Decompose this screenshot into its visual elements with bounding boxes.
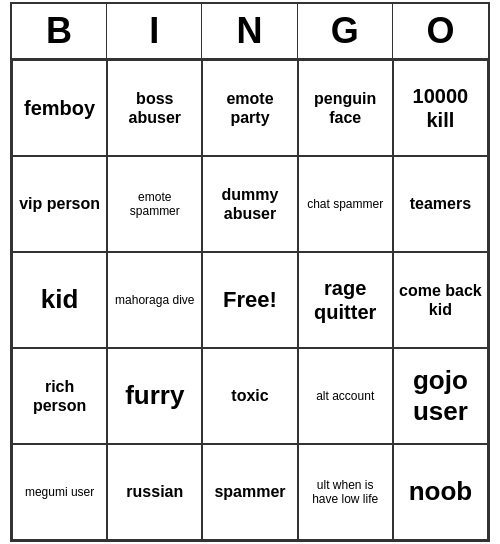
bingo-cell: megumi user	[12, 444, 107, 540]
bingo-cell: noob	[393, 444, 488, 540]
bingo-header: BINGO	[12, 4, 488, 60]
header-letter: O	[393, 4, 488, 58]
bingo-cell: russian	[107, 444, 202, 540]
bingo-cell: chat spammer	[298, 156, 393, 252]
cell-text: noob	[409, 476, 473, 507]
cell-text: spammer	[214, 482, 285, 501]
cell-text: penguin face	[303, 89, 388, 127]
cell-text: ult when is have low life	[303, 478, 388, 507]
bingo-cell: emote party	[202, 60, 297, 156]
cell-text: boss abuser	[112, 89, 197, 127]
bingo-cell: vip person	[12, 156, 107, 252]
cell-text: chat spammer	[307, 197, 383, 211]
bingo-cell: penguin face	[298, 60, 393, 156]
cell-text: 10000 kill	[398, 84, 483, 132]
bingo-cell: emote spammer	[107, 156, 202, 252]
cell-text: Free!	[223, 287, 277, 313]
cell-text: emote party	[207, 89, 292, 127]
cell-text: femboy	[24, 96, 95, 120]
bingo-cell: toxic	[202, 348, 297, 444]
header-letter: N	[202, 4, 297, 58]
cell-text: teamers	[410, 194, 471, 213]
cell-text: toxic	[231, 386, 268, 405]
cell-text: emote spammer	[112, 190, 197, 219]
header-letter: B	[12, 4, 107, 58]
cell-text: alt account	[316, 389, 374, 403]
cell-text: gojo user	[398, 365, 483, 427]
cell-text: rage quitter	[303, 276, 388, 324]
bingo-cell: rage quitter	[298, 252, 393, 348]
bingo-cell: spammer	[202, 444, 297, 540]
header-letter: I	[107, 4, 202, 58]
cell-text: come back kid	[398, 281, 483, 319]
cell-text: vip person	[19, 194, 100, 213]
bingo-cell: ult when is have low life	[298, 444, 393, 540]
bingo-cell: 10000 kill	[393, 60, 488, 156]
bingo-grid: femboyboss abuseremote partypenguin face…	[12, 60, 488, 540]
cell-text: kid	[41, 284, 79, 315]
bingo-cell: alt account	[298, 348, 393, 444]
bingo-cell: rich person	[12, 348, 107, 444]
cell-text: russian	[126, 482, 183, 501]
bingo-cell: dummy abuser	[202, 156, 297, 252]
header-letter: G	[298, 4, 393, 58]
bingo-card: BINGO femboyboss abuseremote partypengui…	[10, 2, 490, 542]
bingo-cell: mahoraga dive	[107, 252, 202, 348]
bingo-cell: femboy	[12, 60, 107, 156]
bingo-cell: gojo user	[393, 348, 488, 444]
cell-text: megumi user	[25, 485, 94, 499]
cell-text: dummy abuser	[207, 185, 292, 223]
bingo-cell: furry	[107, 348, 202, 444]
bingo-cell: kid	[12, 252, 107, 348]
cell-text: furry	[125, 380, 184, 411]
bingo-cell: come back kid	[393, 252, 488, 348]
bingo-cell: teamers	[393, 156, 488, 252]
cell-text: mahoraga dive	[115, 293, 194, 307]
bingo-cell: Free!	[202, 252, 297, 348]
cell-text: rich person	[17, 377, 102, 415]
bingo-cell: boss abuser	[107, 60, 202, 156]
